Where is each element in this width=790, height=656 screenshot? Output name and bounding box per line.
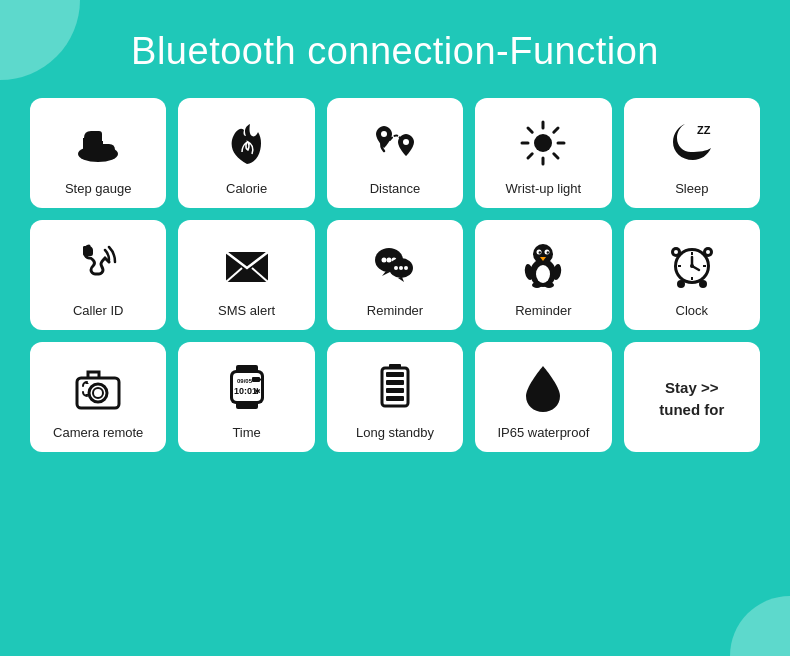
reminder-chat-icon <box>365 235 425 295</box>
svg-point-25 <box>404 266 408 270</box>
cell-reminder-chat: Reminder <box>327 220 463 330</box>
svg-point-32 <box>536 265 550 283</box>
camera-remote-label: Camera remote <box>53 425 143 442</box>
svg-point-54 <box>93 388 103 398</box>
sms-alert-label: SMS alert <box>218 303 275 320</box>
cell-long-standby: Long standby <box>327 342 463 452</box>
svg-rect-65 <box>389 364 401 369</box>
wrist-up-light-label: Wrist-up light <box>506 181 582 198</box>
svg-point-2 <box>381 131 387 137</box>
caller-id-label: Caller ID <box>73 303 124 320</box>
svg-text:✱: ✱ <box>254 387 261 396</box>
cell-stay-tuned: Stay >> tuned for <box>624 342 760 452</box>
step-gauge-label: Step gauge <box>65 181 132 198</box>
svg-point-47 <box>690 264 694 268</box>
svg-rect-60 <box>252 377 260 382</box>
calorie-label: Calorie <box>226 181 267 198</box>
distance-icon <box>365 113 425 173</box>
calorie-icon <box>217 113 277 173</box>
cell-caller-id: Caller ID <box>30 220 166 330</box>
stay-tuned-label: Stay >> tuned for <box>659 377 724 422</box>
reminder-chat-label: Reminder <box>367 303 423 320</box>
distance-label: Distance <box>370 181 421 198</box>
cell-ip65-waterproof: IP65 waterproof <box>475 342 611 452</box>
cell-clock: Clock <box>624 220 760 330</box>
reminder-penguin-label: Reminder <box>515 303 571 320</box>
svg-point-19 <box>381 257 386 262</box>
svg-line-11 <box>554 153 558 157</box>
corner-decoration-tl <box>0 0 80 80</box>
svg-point-20 <box>386 257 391 262</box>
svg-point-4 <box>403 139 409 145</box>
svg-point-34 <box>544 282 554 288</box>
clock-icon <box>662 235 722 295</box>
svg-point-53 <box>89 384 107 402</box>
svg-point-50 <box>674 250 678 254</box>
sleep-label: Sleep <box>675 181 708 198</box>
page-title: Bluetooth connection-Function <box>131 30 659 73</box>
ip65-waterproof-label: IP65 waterproof <box>498 425 590 442</box>
svg-line-13 <box>528 153 532 157</box>
cell-camera-remote: Camera remote <box>30 342 166 452</box>
svg-rect-66 <box>386 396 404 401</box>
svg-text:09/05: 09/05 <box>237 378 253 384</box>
time-label: Time <box>232 425 260 442</box>
svg-rect-67 <box>386 388 404 393</box>
cell-wrist-up-light: Wrist-up light <box>475 98 611 208</box>
reminder-penguin-icon <box>513 235 573 295</box>
svg-text:ZZ: ZZ <box>697 124 711 136</box>
wrist-up-light-icon <box>513 113 573 173</box>
caller-id-icon <box>68 235 128 295</box>
svg-point-30 <box>547 251 549 253</box>
svg-point-23 <box>394 266 398 270</box>
svg-rect-61 <box>260 378 262 380</box>
features-grid: Step gauge Calorie Dist <box>30 98 760 452</box>
sleep-icon: ZZ <box>662 113 722 173</box>
corner-decoration-br <box>730 596 790 656</box>
cell-time: 09/05 10:01 ✱ Time <box>178 342 314 452</box>
cell-distance: Distance <box>327 98 463 208</box>
camera-remote-icon <box>68 357 128 417</box>
step-gauge-icon <box>68 113 128 173</box>
clock-label: Clock <box>676 303 709 320</box>
cell-reminder-penguin: Reminder <box>475 220 611 330</box>
svg-point-51 <box>706 250 710 254</box>
svg-line-12 <box>554 128 558 132</box>
cell-sleep: ZZ Sleep <box>624 98 760 208</box>
svg-line-10 <box>528 128 532 132</box>
svg-point-5 <box>534 134 552 152</box>
cell-calorie: Calorie <box>178 98 314 208</box>
cell-sms-alert: SMS alert <box>178 220 314 330</box>
long-standby-label: Long standby <box>356 425 434 442</box>
svg-rect-69 <box>386 372 404 377</box>
sms-alert-icon <box>217 235 277 295</box>
svg-point-33 <box>532 282 542 288</box>
long-standby-icon <box>365 357 425 417</box>
svg-point-29 <box>539 251 541 253</box>
svg-point-24 <box>399 266 403 270</box>
svg-rect-57 <box>236 365 258 372</box>
ip65-waterproof-icon <box>513 357 573 417</box>
time-icon: 09/05 10:01 ✱ <box>217 357 277 417</box>
cell-step-gauge: Step gauge <box>30 98 166 208</box>
svg-rect-68 <box>386 380 404 385</box>
svg-rect-58 <box>236 402 258 409</box>
